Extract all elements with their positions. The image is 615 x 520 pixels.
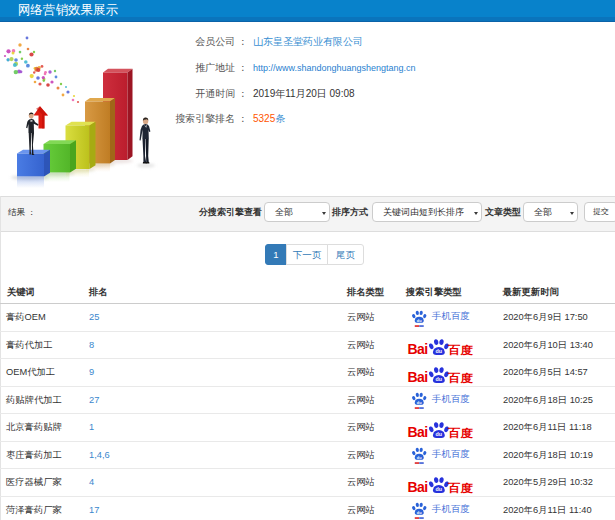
svg-text:百度: 百度 (447, 344, 474, 356)
svg-text:du: du (436, 376, 443, 382)
svg-text:百度: 百度 (447, 481, 474, 493)
svg-text:Bai: Bai (408, 341, 428, 357)
svg-text:du: du (417, 510, 422, 515)
svg-text:Bai: Bai (408, 478, 428, 494)
svg-text:Bai: Bai (408, 368, 428, 384)
svg-text:du: du (436, 486, 443, 492)
svg-text:百度: 百度 (447, 426, 474, 438)
svg-text:du: du (436, 349, 443, 355)
svg-text:Bai: Bai (408, 423, 428, 439)
svg-text:du: du (417, 317, 422, 322)
svg-text:du: du (417, 400, 422, 405)
svg-text:百度: 百度 (447, 371, 474, 383)
svg-text:du: du (417, 455, 422, 460)
svg-text:du: du (436, 431, 443, 437)
